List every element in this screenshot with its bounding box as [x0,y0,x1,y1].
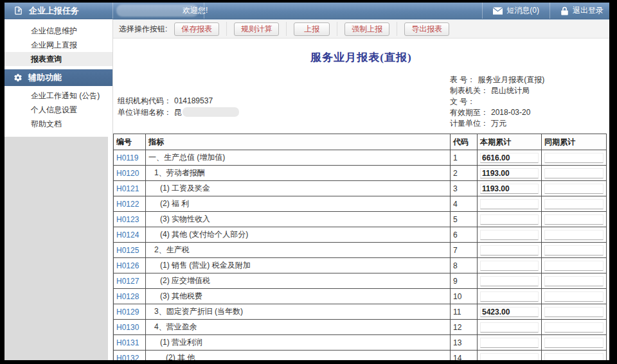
toolbar-separator [397,22,397,36]
unit-name-redacted [183,107,239,117]
current-period-input[interactable] [480,153,539,163]
table-row: H01304、营业盈余12 [114,320,607,335]
row-seq-cell: 7 [451,243,478,258]
logout-button[interactable]: 退出登录 [550,3,609,19]
same-period-input[interactable] [544,184,604,194]
same-period-input[interactable] [544,230,604,240]
current-period-input[interactable] [480,230,539,240]
current-period-input[interactable] [480,353,539,361]
messages-button[interactable]: 短消息(0) [482,3,550,19]
row-code-cell: H0128 [114,289,146,304]
row-code-link[interactable]: H0131 [116,338,139,347]
row-code-link[interactable]: H0121 [116,184,139,193]
current-period-input[interactable] [480,307,539,317]
sidebar-item[interactable]: 帮助文档 [4,117,112,131]
toolbar-separator [226,22,227,36]
save-report-button[interactable]: 保存报表 [174,22,219,36]
same-period-input[interactable] [544,322,604,333]
current-period-input[interactable] [480,338,539,348]
same-period-input[interactable] [544,338,604,348]
row-code-link[interactable]: H0132 [116,354,139,361]
col-header-current-period: 本期累计 [478,134,542,150]
row-code-link[interactable]: H0120 [116,169,139,178]
current-period-input[interactable] [480,322,539,333]
row-code-link[interactable]: H0125 [116,246,139,255]
row-seq-cell: 10 [451,289,478,304]
same-period-input[interactable] [544,245,604,256]
report-meta-left: 组织机构代码：014189537单位详细名称：昆 [118,95,239,118]
sidebar-group-tasks: 企业信息维护企业网上直报报表查询 [4,24,112,66]
row-prior-cell [542,335,607,351]
row-indicator-cell: 一、生产总值 (增加值) [146,150,451,166]
sidebar-section-aux-label: 辅助功能 [28,72,62,83]
current-period-input[interactable] [480,168,539,178]
row-code-link[interactable]: H0122 [116,200,139,209]
top-bar-actions: 短消息(0) 退出登录 [482,3,609,19]
row-current-cell [478,320,542,335]
row-code-link[interactable]: H0124 [116,230,139,239]
row-indicator-cell: (1) 工资及奖金 [146,181,451,196]
rule-calculate-button[interactable]: 规则计算 [234,22,279,36]
sidebar-item[interactable]: 个人信息设置 [4,103,112,117]
row-code-cell: H0131 [114,335,146,351]
force-submit-button[interactable]: 强制上报 [344,22,389,36]
current-period-input[interactable] [480,291,539,302]
table-row: H0127(2) 应交增值税9 [114,273,607,289]
meta-org-code: 组织机构代码：014189537 [118,95,239,107]
meta-value: 万元 [491,119,506,128]
row-prior-cell [542,243,607,258]
sidebar: 企业信息维护企业网上直报报表查询 辅助功能 企业工作通知 (公告)个人信息设置帮… [4,19,113,360]
row-seq-cell: 13 [451,335,478,351]
current-period-input[interactable] [480,276,539,286]
submit-button[interactable]: 上报 [294,22,330,36]
row-code-link[interactable]: H0127 [116,277,139,286]
col-header-seq: 代码 [451,134,478,150]
top-bar-main: 欢迎您! 短消息(0) [113,3,609,19]
sidebar-item[interactable]: 报表查询 [4,52,112,66]
same-period-input[interactable] [544,153,604,163]
current-period-input[interactable] [480,214,539,225]
row-code-link[interactable]: H0129 [116,308,139,316]
same-period-input[interactable] [544,199,604,209]
row-prior-cell [542,304,607,320]
row-indicator-cell: (1) 销售 (营业) 税金及附加 [146,258,451,273]
export-report-button[interactable]: 导出报表 [404,22,449,36]
current-period-input[interactable] [480,184,539,194]
report-meta-right: 表 号：服务业月报表(直报)制表机关：昆山统计局文 号：有效期至：2018-03… [450,74,544,129]
sidebar-item[interactable]: 企业网上直报 [4,38,112,52]
row-code-cell: H0132 [114,351,146,361]
table-row: H01252、生产税7 [114,243,607,258]
same-period-input[interactable] [544,261,604,271]
row-code-link[interactable]: H0128 [116,292,139,301]
row-seq-cell: 4 [451,196,478,212]
sidebar-item[interactable]: 企业信息维护 [4,24,112,38]
row-current-cell [478,351,542,361]
same-period-input[interactable] [544,168,604,178]
sidebar-item[interactable]: 企业工作通知 (公告) [4,89,112,103]
row-code-cell: H0123 [114,212,146,227]
row-seq-cell: 3 [451,181,478,196]
meta-value: 昆山统计局 [491,86,530,95]
same-period-input[interactable] [544,307,604,317]
same-period-input[interactable] [544,353,604,361]
row-indicator-cell: (2) 应交增值税 [146,273,451,289]
row-current-cell [478,289,542,304]
row-code-link[interactable]: H0126 [116,261,139,270]
row-code-link[interactable]: H0123 [116,215,139,224]
row-seq-cell: 5 [451,212,478,227]
current-period-input[interactable] [480,245,539,256]
toolbar-label: 选择操作按钮: [119,24,167,35]
row-code-cell: H0127 [114,273,146,289]
same-period-input[interactable] [544,276,604,286]
row-prior-cell [542,273,607,289]
lock-icon [560,6,569,15]
same-period-input[interactable] [544,214,604,225]
row-current-cell [478,150,542,166]
current-period-input[interactable] [480,261,539,271]
row-code-link[interactable]: H0130 [116,323,139,332]
row-code-link[interactable]: H0119 [116,153,138,162]
table-row: H0128(3) 其他税费10 [114,289,607,304]
row-seq-cell: 14 [451,351,478,361]
current-period-input[interactable] [480,199,539,209]
same-period-input[interactable] [544,291,604,302]
